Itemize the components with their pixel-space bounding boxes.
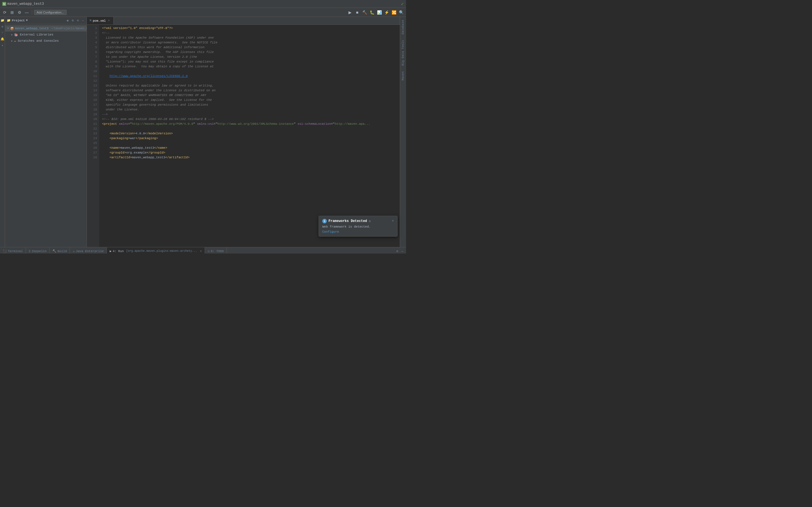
tree-arrow-ext: ▶ — [11, 33, 13, 36]
settings-icon[interactable]: ⚙ — [76, 18, 80, 22]
app-icon: M — [2, 2, 6, 6]
close-panel-icon[interactable]: — — [81, 18, 85, 22]
scratch-icon: ✏ — [14, 39, 16, 43]
maven-tab[interactable]: Maven — [400, 68, 406, 83]
sync-button[interactable]: ⟳ — [2, 9, 8, 15]
build-icon: 🔨 — [52, 249, 56, 253]
run-button[interactable]: ▶ — [347, 9, 353, 15]
zeppelin-tab[interactable]: Z Zeppelin — [26, 247, 50, 253]
tab-pom-xml[interactable]: M pom.xml × — [87, 17, 114, 24]
build-tab[interactable]: 🔨 Build — [50, 247, 70, 253]
right-side-tabs: Database Big Data Tools Maven — [400, 17, 406, 247]
run-tab-close[interactable]: × — [200, 249, 202, 253]
tab-label-pom: pom.xml — [93, 19, 106, 22]
big-data-tools-tab[interactable]: Big Data Tools — [400, 37, 406, 68]
fw-body-text: Web framework is detected. — [322, 225, 394, 228]
tree-root-item[interactable]: ▼ 📦 maven_webapp_test3 ~/IdeaProjects/ma… — [5, 25, 87, 32]
tab-close-pom[interactable]: × — [107, 19, 110, 22]
fw-info-icon: i — [322, 219, 327, 223]
code-editor[interactable]: <?xml version="1.0" encoding="UTF-8"?> <… — [99, 25, 400, 247]
settings-button[interactable]: ⚙ — [16, 9, 22, 15]
main-toolbar: ⟳ ⊞ ⚙ — Add Configuration... ▶ ■ 🔨 🐛 📊 ⚡… — [0, 8, 406, 17]
database-tab[interactable]: Database — [400, 17, 406, 37]
je-label: Java Enterprise — [76, 249, 104, 253]
fw-title: Frameworks Detected — [328, 219, 367, 223]
collapse-button[interactable]: — — [24, 9, 30, 15]
editor-content: 12345 678910 1112131415 1617181920 21222… — [87, 25, 400, 247]
todo-tab[interactable]: ☑ 6: TODO — [205, 247, 227, 253]
run-tab[interactable]: ▶ 4: Run [org.apache.maven.plugins:maven… — [107, 247, 205, 253]
je-icon: ☕ — [73, 249, 75, 253]
bottom-tab-icons: ⚙ — — [395, 247, 406, 253]
project-root-icon: 📦 — [10, 27, 14, 31]
svg-text:M: M — [3, 3, 5, 6]
toolbar-sep-1 — [32, 10, 32, 15]
scratches-label: Scratches and Consoles — [18, 39, 59, 43]
locate-icon[interactable]: ◉ — [66, 18, 70, 22]
editor-tab-bar: M pom.xml × — [87, 17, 400, 25]
project-folder-icon: 📁 — [7, 18, 11, 22]
left-tool-strip: 📁 ⊕ ⑂ 🔔 ★ — [0, 17, 5, 247]
expand-all-icon[interactable]: ⊞ — [71, 18, 75, 22]
tree-scratches[interactable]: ▶ ✏ Scratches and Consoles — [5, 38, 87, 44]
root-label: maven_webapp_test3 — [15, 27, 49, 30]
fw-header: i Frameworks Detected ⚙ × — [322, 219, 394, 223]
project-dropdown-icon[interactable]: ▼ — [26, 19, 28, 22]
bottom-collapse-icon[interactable]: — — [400, 249, 404, 253]
panel-header-icons: ◉ ⊞ ⚙ — — [66, 18, 85, 22]
commit-icon[interactable]: ⊕ — [0, 24, 5, 29]
expand-button[interactable]: ⊞ — [9, 9, 15, 15]
title-bar: M maven_webapp_test3 ✓ — [0, 0, 406, 8]
coverage-button[interactable]: 📊 — [376, 9, 382, 15]
fw-close-button[interactable]: × — [392, 219, 394, 223]
tree-arrow-scratch: ▶ — [11, 40, 13, 43]
todo-label: 6: TODO — [211, 249, 223, 253]
title-bar-controls: ✓ — [401, 1, 404, 7]
project-panel: 📁 Project ▼ ◉ ⊞ ⚙ — ▼ 📦 maven_webapp_tes… — [5, 17, 87, 247]
add-configuration-button[interactable]: Add Configuration... — [34, 10, 66, 15]
tab-icon-pom: M — [90, 19, 91, 22]
frameworks-detected-popup: i Frameworks Detected ⚙ × Web framework … — [319, 216, 398, 237]
terminal-label: Terminal — [8, 249, 23, 253]
build-button[interactable]: 🔨 — [361, 9, 368, 15]
profiler-button[interactable]: ⚡ — [384, 9, 390, 15]
project-tree: ▼ 📦 maven_webapp_test3 ~/IdeaProjects/ma… — [5, 24, 87, 247]
bookmark-icon[interactable]: ★ — [0, 43, 5, 47]
fw-configure-link[interactable]: Configure — [322, 230, 339, 233]
build-label: Build — [57, 249, 67, 253]
zeppelin-label: Zeppelin — [32, 249, 47, 253]
java-enterprise-tab[interactable]: ☕ Java Enterprise — [70, 247, 107, 253]
main-layout: 📁 ⊕ ⑂ 🔔 ★ 📁 Project ▼ ◉ ⊞ ⚙ — ▼ 📦 maven_… — [0, 17, 406, 247]
run-label: 4: Run — [113, 249, 124, 253]
line-numbers: 12345 678910 1112131415 1617181920 21222… — [87, 25, 99, 247]
project-panel-title: Project — [12, 19, 25, 22]
project-icon[interactable]: 📁 — [0, 18, 5, 22]
library-icon: 📚 — [14, 33, 18, 37]
fw-settings-icon[interactable]: ⚙ — [369, 219, 371, 223]
git-icon[interactable]: ⑂ — [0, 31, 5, 35]
bottom-settings-icon[interactable]: ⚙ — [395, 249, 399, 253]
project-panel-header: 📁 Project ▼ ◉ ⊞ ⚙ — — [5, 17, 87, 24]
external-libraries-label: External Libraries — [20, 33, 53, 36]
bottom-tab-bar: ⬛ Terminal Z Zeppelin 🔨 Build ☕ Java Ent… — [0, 247, 406, 253]
checkmark-icon: ✓ — [401, 1, 404, 7]
zeppelin-icon: Z — [29, 249, 31, 253]
editor-area: M pom.xml × 12345 678910 1112131415 1617… — [87, 17, 400, 247]
root-path: ~/IdeaProjects/maven_web... — [50, 27, 87, 30]
run-tab-name: [org.apache.maven.plugins:maven-archety.… — [126, 249, 197, 252]
tree-external-libraries[interactable]: ▶ 📚 External Libraries — [5, 32, 87, 38]
debug-button[interactable]: 🐛 — [369, 9, 375, 15]
vcs-button[interactable]: 🔀 — [391, 9, 397, 15]
run-icon: ▶ — [110, 249, 112, 253]
title-text: maven_webapp_test3 — [7, 2, 44, 6]
stop-button[interactable]: ■ — [354, 9, 360, 15]
bottom-panel: ⬛ Terminal Z Zeppelin 🔨 Build ☕ Java Ent… — [0, 247, 406, 253]
notification-icon[interactable]: 🔔 — [0, 37, 5, 41]
todo-icon: ☑ — [208, 249, 210, 253]
search-everywhere-button[interactable]: 🔍 — [398, 9, 404, 15]
terminal-tab[interactable]: ⬛ Terminal — [0, 247, 26, 253]
tree-arrow-root: ▼ — [7, 27, 9, 30]
terminal-icon: ⬛ — [3, 249, 7, 253]
